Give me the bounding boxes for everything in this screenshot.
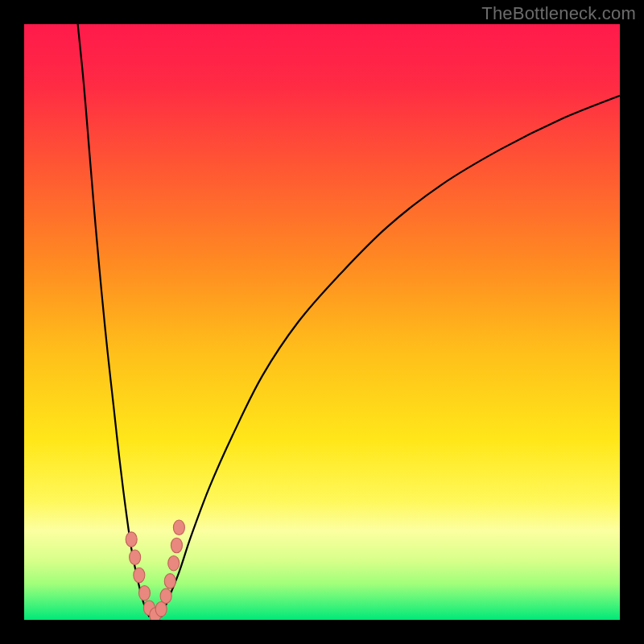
dots-group xyxy=(126,520,184,620)
plot-area xyxy=(24,24,620,620)
highlight-dot xyxy=(168,555,180,571)
watermark-text: TheBottleneck.com xyxy=(481,3,636,24)
curve-left xyxy=(78,24,150,617)
highlight-dot xyxy=(164,574,175,589)
highlight-dot xyxy=(134,568,145,583)
curves-layer xyxy=(24,24,620,620)
highlight-dot xyxy=(173,520,184,535)
highlight-dot xyxy=(138,585,150,601)
highlight-dot xyxy=(155,601,167,617)
highlight-dot xyxy=(126,532,137,547)
highlight-dot xyxy=(171,538,182,553)
chart-frame: TheBottleneck.com xyxy=(0,0,644,644)
curve-right xyxy=(161,96,620,617)
highlight-dot xyxy=(130,550,141,565)
highlight-dot xyxy=(160,588,171,604)
